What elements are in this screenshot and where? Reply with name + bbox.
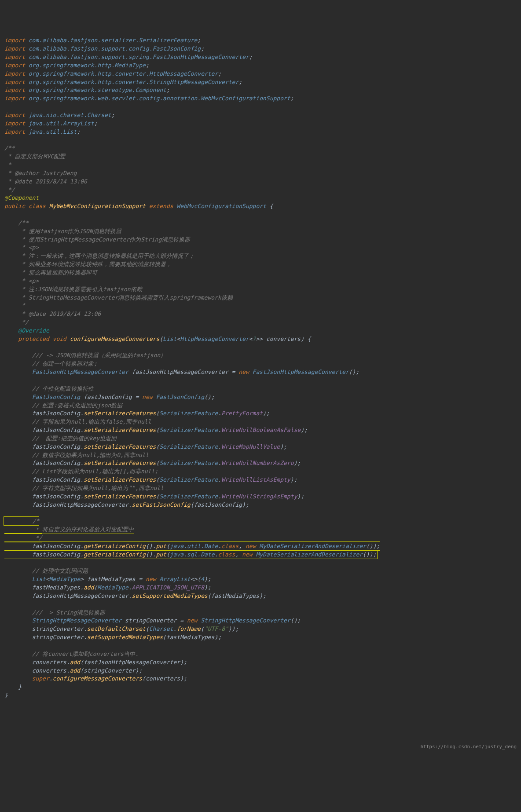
import-line: import com.alibaba.fastjson.serializer.S… [4, 37, 201, 44]
code-line: fastJsonConfig.getSerializeConfig().put(… [32, 551, 377, 558]
method-declaration: protected void configureMessageConverter… [18, 336, 311, 342]
code-line: fastJsonConfig.setSerializerFeatures(Ser… [32, 410, 270, 417]
code-line: stringConverter.setSupportedMediaTypes(f… [32, 634, 221, 640]
code-line: fastMediaTypes.add(MediaType.APPLICATION… [32, 584, 211, 591]
highlighted-region: /* * 将自定义的序列化器放入对应配置中 */ fastJsonConfig.… [4, 516, 380, 559]
import-line: import java.util.ArrayList; [4, 120, 97, 127]
import-line: import org.springframework.http.converte… [4, 79, 242, 85]
code-line: fastJsonHttpMessageConverter.setSupporte… [32, 593, 266, 599]
import-line: import org.springframework.stereotype.Co… [4, 87, 170, 93]
import-line: import com.alibaba.fastjson.support.conf… [4, 45, 204, 52]
code-line: fastJsonHttpMessageConverter.setFastJson… [32, 501, 249, 508]
import-line: import com.alibaba.fastjson.support.spri… [4, 54, 253, 60]
code-line: fastJsonConfig.setSerializerFeatures(Ser… [32, 460, 301, 466]
import-line: import org.springframework.http.converte… [4, 70, 221, 77]
code-line: fastJsonConfig.setSerializerFeatures(Ser… [32, 427, 308, 433]
code-editor: import com.alibaba.fastjson.serializer.S… [4, 37, 517, 700]
code-line: fastJsonConfig.setSerializerFeatures(Ser… [32, 493, 304, 500]
code-line: stringConverter.setDefaultCharset(Charse… [32, 625, 239, 632]
code-line: fastJsonConfig.setSerializerFeatures(Ser… [32, 476, 297, 483]
code-line: fastJsonConfig.getSerializeConfig().put(… [32, 543, 380, 549]
comment-line: // List字段如果为null,输出为[],而非null; [32, 468, 158, 475]
code-line: fastJsonConfig.setSerializerFeatures(Ser… [32, 443, 287, 450]
import-line: import java.util.List; [4, 128, 80, 135]
code-line: super.configureMessageConverters(convert… [32, 675, 187, 682]
code-line: FastJsonHttpMessageConverter fastJsonHtt… [32, 369, 360, 375]
comment-line: // 将convert添加到converters当中. [32, 651, 139, 657]
class-javadoc: /** * 自定义部分MVC配置 * * @author JustryDeng … [4, 145, 87, 193]
comment-line: // 字段如果为null,输出为false,而非null [32, 418, 151, 425]
comment-line: // 配置:把空的值的key也返回 [32, 435, 117, 442]
watermark-text: https://blog.csdn.net/justry_deng [420, 743, 517, 750]
code-line: StringHttpMessageConverter stringConvert… [32, 617, 301, 624]
import-line: import org.springframework.web.servlet.c… [4, 95, 294, 102]
comment-line: // 配置:要格式化返回的json数据 [32, 402, 123, 409]
import-line: import org.springframework.http.MediaTyp… [4, 62, 149, 69]
override-annotation: @Override [18, 327, 49, 334]
code-line: converters.add(stringConverter); [32, 667, 142, 674]
component-annotation: @Component [4, 194, 39, 201]
comment-line: // 创建一个转换器对象; [32, 360, 97, 367]
method-javadoc: /** * 使用fastjson作为JSON消息转换器 * 使用StringHt… [4, 219, 233, 326]
import-line: import java.nio.charset.Charset; [4, 112, 114, 118]
code-line: List<MediaType> fastMediaTypes = new Arr… [32, 576, 211, 582]
comment-line: /// -> String消息转换器 [32, 609, 106, 616]
comment-line: // 数值字段如果为null,输出为0,而非null [32, 452, 149, 458]
comment-line: // 处理中文乱码问题 [32, 567, 88, 574]
class-declaration: public class MyWebMvcConfigurationSuppor… [4, 203, 273, 209]
comment-line: // 字符类型字段如果为null,输出为"",而非null [32, 485, 164, 491]
code-line: FastJsonConfig fastJsonConfig = new Fast… [32, 394, 215, 400]
comment-line: // 个性化配置转换特性 [32, 385, 94, 392]
code-line: converters.add(fastJsonHttpMessageConver… [32, 659, 187, 666]
comment-line: /// -> JSON消息转换器（采用阿里的fastjson） [32, 352, 166, 358]
